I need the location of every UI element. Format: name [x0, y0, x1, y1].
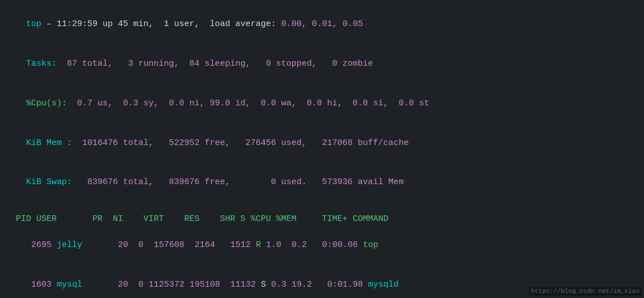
status-1603: S — [261, 280, 266, 290]
column-header: PID USER PR NI VIRT RES SHR S %CPU %MEM … — [6, 212, 638, 225]
header-time: – 11:29:59 up 45 min, 1 user, load avera… — [41, 19, 281, 29]
watermark: https://blog.csdn.net/im_xiao — [529, 287, 642, 296]
swap-values: 839676 total, 839676 free, 0 used. 57393… — [72, 177, 404, 187]
pid-2695: 2695 — [26, 240, 52, 250]
res-2695: 2164 — [194, 240, 215, 250]
process-row-2695: 2695 jelly 20 0 157608 2164 1512 R 1.0 0… — [6, 225, 638, 265]
res-1603: 195108 — [189, 280, 220, 290]
mem-values: 1016476 total, 522952 free, 276456 used,… — [72, 138, 409, 148]
status-2695: R — [256, 240, 261, 250]
mem-2695: 0.2 — [291, 240, 307, 250]
mem-1603: 19.2 — [291, 280, 312, 290]
blank-line — [6, 202, 638, 212]
user-mysql: mysql — [57, 280, 108, 290]
terminal-window: top – 11:29:59 up 45 min, 1 user, load a… — [6, 5, 638, 298]
pr-2695: 20 — [118, 240, 128, 250]
load-values: 0.00, 0.01, 0.05 — [281, 19, 363, 29]
cpu-line: %Cpu(s): 0.7 us, 0.3 sy, 0.0 ni, 99.0 id… — [6, 84, 638, 124]
tasks-label: Tasks: — [26, 59, 57, 69]
cpu-2695: 1.0 — [266, 240, 281, 250]
swap-label: KiB Swap: — [26, 177, 72, 187]
cpu-label: %Cpu(s): — [26, 99, 67, 108]
shr-1603: 11132 — [230, 280, 256, 290]
shr-2695: 1512 — [230, 240, 251, 250]
ni-2695: 0 — [138, 240, 143, 250]
cmd-1603: mysqld — [368, 280, 399, 290]
cmd-2695: top — [363, 240, 378, 250]
header-line1: top – 11:29:59 up 45 min, 1 user, load a… — [6, 5, 638, 44]
cpu-values: 0.7 us, 0.3 sy, 0.0 ni, 99.0 id, 0.0 wa,… — [67, 99, 429, 108]
top-label: top — [26, 19, 41, 29]
swap-line: KiB Swap: 839676 total, 839676 free, 0 u… — [6, 163, 638, 202]
tasks-line: Tasks: 87 total, 3 running, 84 sleeping,… — [6, 44, 638, 84]
mem-label: KiB Mem : — [26, 138, 72, 148]
virt-2695: 157608 — [154, 240, 184, 250]
cpu-1603: 0.3 — [271, 280, 286, 290]
mem-line: KiB Mem : 1016476 total, 522952 free, 27… — [6, 123, 638, 163]
user-jelly: jelly — [57, 240, 108, 250]
tasks-values: 87 total, 3 running, 84 sleeping, 0 stop… — [57, 59, 373, 69]
time-2695: 0:00.06 — [322, 240, 358, 250]
pr-1603: 20 — [118, 280, 128, 290]
pid-1603: 1603 — [26, 280, 52, 290]
ni-1603: 0 — [138, 280, 143, 290]
time-1603: 0:01.98 — [327, 280, 363, 290]
virt-1603: 1125372 — [149, 280, 184, 290]
